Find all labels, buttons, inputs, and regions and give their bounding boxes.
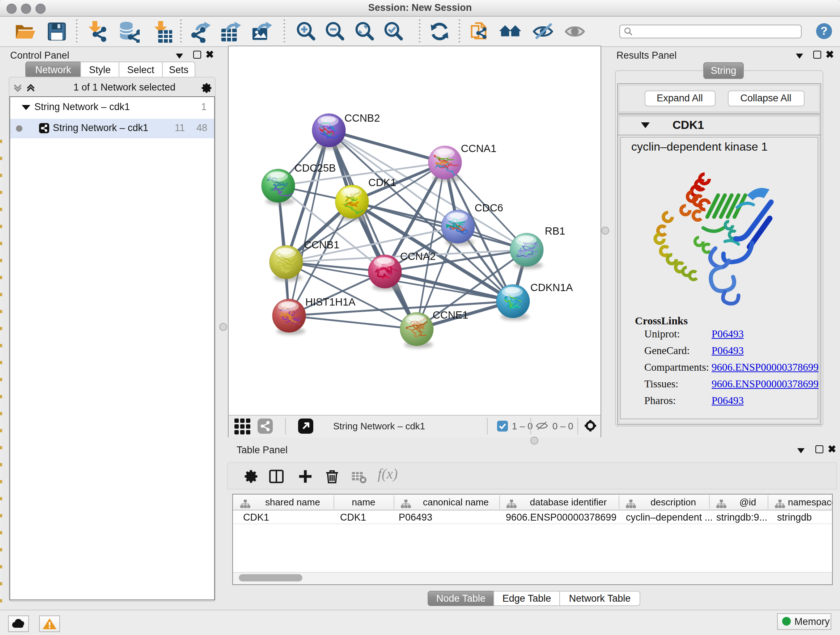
svg-text:CCNB2: CCNB2 — [344, 112, 379, 124]
svg-text:HIST1H1A: HIST1H1A — [305, 296, 355, 307]
svg-text:RB1: RB1 — [545, 225, 565, 236]
svg-text:CDC25B: CDC25B — [294, 162, 335, 173]
svg-text:CDC6: CDC6 — [474, 202, 503, 213]
svg-text:CCNB1: CCNB1 — [303, 239, 339, 250]
svg-text:CCNE1: CCNE1 — [432, 309, 468, 320]
svg-text:CCNA1: CCNA1 — [461, 142, 496, 154]
svg-text:CCNA2: CCNA2 — [400, 250, 435, 262]
svg-text:CDK1: CDK1 — [368, 176, 396, 188]
svg-text:CDKN1A: CDKN1A — [530, 281, 573, 293]
